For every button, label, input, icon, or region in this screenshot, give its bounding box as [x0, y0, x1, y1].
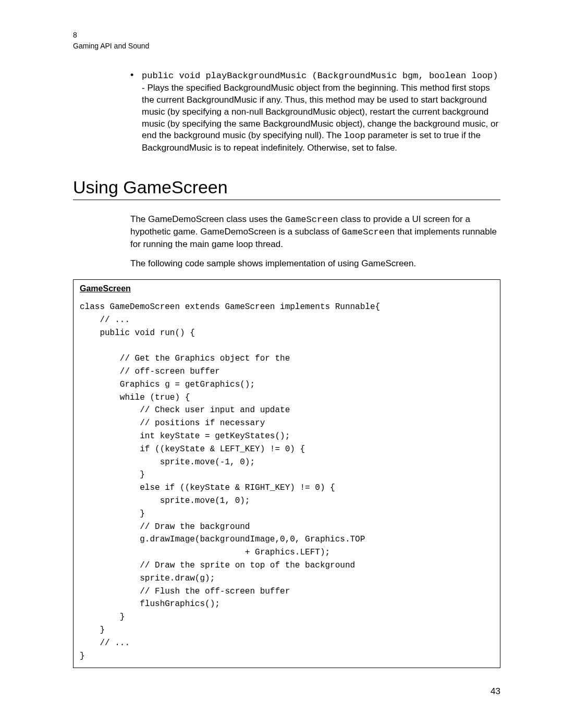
paragraph-2: The following code sample shows implemen… [130, 258, 500, 270]
bullet-marker: • [130, 70, 142, 155]
page-number: 43 [491, 686, 500, 697]
bullet-list: • public void playBackgroundMusic (Backg… [130, 70, 500, 155]
bullet-item: • public void playBackgroundMusic (Backg… [130, 70, 500, 155]
p1-code-1: GameScreen [285, 215, 338, 225]
code-listing-title: GameScreen [80, 284, 494, 293]
paragraph-1: The GameDemoScreen class uses the GameSc… [130, 214, 500, 251]
page-header: 8 Gaming API and Sound [73, 30, 500, 51]
section-heading: Using GameScreen [73, 177, 500, 200]
section-body: The GameDemoScreen class uses the GameSc… [130, 214, 500, 270]
p1-text-1: The GameDemoScreen class uses the [130, 214, 285, 224]
p1-code-2: GameScreen [341, 227, 395, 237]
chapter-title: Gaming API and Sound [73, 41, 500, 51]
chapter-number: 8 [73, 30, 500, 40]
method-signature: public void playBackgroundMusic (Backgro… [142, 71, 498, 81]
code-listing-frame: GameScreen class GameDemoScreen extends … [73, 279, 500, 668]
inline-code-loop: loop [344, 131, 365, 141]
document-page: 8 Gaming API and Sound • public void pla… [0, 0, 563, 728]
code-listing-body: class GameDemoScreen extends GameScreen … [80, 301, 494, 662]
bullet-body: public void playBackgroundMusic (Backgro… [142, 70, 500, 155]
